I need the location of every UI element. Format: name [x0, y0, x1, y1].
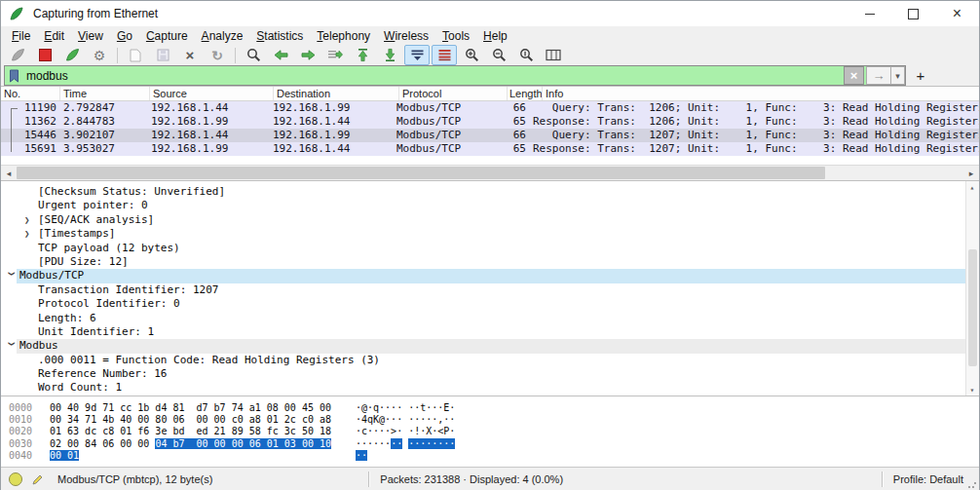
cell-info: Response: Trans: 1207; Unit: 1, Func: 3:… — [526, 142, 979, 156]
col-protocol[interactable]: Protocol — [399, 87, 508, 100]
go-to-packet-icon[interactable] — [322, 45, 348, 65]
cell-length: 66 — [501, 101, 526, 115]
scroll-down-arrow-icon[interactable]: ▾ — [966, 384, 978, 396]
go-last-packet-icon[interactable] — [377, 45, 402, 65]
capture-comment-pencil-icon[interactable] — [31, 473, 44, 486]
detail-row[interactable]: Transaction Identifier: 1207 — [1, 283, 979, 297]
packet-row[interactable]: 11362 2.844783 192.168.1.99 192.168.1.44… — [1, 115, 979, 129]
scroll-left-arrow-icon[interactable]: ◂ — [1, 166, 17, 180]
detail-row-modbus-tcp-selected[interactable]: ❯Modbus/TCP — [1, 269, 979, 283]
filter-dropdown-caret[interactable]: ▾ — [891, 66, 905, 85]
menu-edit[interactable]: Edit — [37, 27, 71, 45]
close-button[interactable]: × — [935, 1, 979, 26]
maximize-icon — [908, 9, 919, 19]
close-file-x: × — [186, 48, 195, 62]
find-packet-icon[interactable] — [241, 45, 266, 65]
menu-capture[interactable]: Capture — [139, 27, 195, 45]
vertical-scrollbar[interactable]: ▴ ▾ — [965, 181, 979, 396]
close-file-icon[interactable]: × — [177, 45, 203, 65]
detail-text: Unit Identifier: 1 — [38, 325, 154, 339]
minimize-button[interactable] — [848, 1, 891, 26]
start-capture-icon[interactable] — [5, 45, 30, 65]
col-info[interactable]: Info — [543, 87, 979, 100]
status-profile[interactable]: Profile: Default — [893, 473, 963, 485]
go-forward-icon[interactable] — [295, 45, 320, 65]
hex-row[interactable]: 0040 00 01 ·· — [1, 450, 979, 462]
plus-icon: + — [917, 67, 925, 84]
zoom-in-icon[interactable] — [459, 45, 484, 65]
expander-collapsed-icon[interactable]: ❯ — [24, 213, 34, 227]
hex-row[interactable]: 0000 00 40 9d 71 cc 1b d4 81 d7 b7 74 a1… — [1, 402, 979, 414]
detail-row[interactable]: Length: 6 — [1, 312, 979, 325]
col-time[interactable]: Time — [60, 87, 150, 100]
detail-text: [Checksum Status: Unverified] — [38, 185, 225, 199]
stop-capture-icon[interactable] — [32, 45, 57, 65]
zoom-out-icon[interactable] — [486, 45, 511, 65]
menu-statistics[interactable]: Statistics — [249, 27, 310, 45]
display-filter-input[interactable]: modbus × → ▾ — [4, 65, 906, 86]
scrollbar-thumb[interactable] — [968, 249, 977, 366]
detail-row[interactable]: Word Count: 1 — [1, 381, 979, 395]
go-back-icon[interactable] — [268, 45, 293, 65]
filter-clear-button[interactable]: × — [844, 66, 864, 85]
detail-row[interactable]: Protocol Identifier: 0 — [1, 297, 979, 311]
capture-options-icon[interactable]: ⚙ — [87, 45, 112, 65]
conversation-bracket — [11, 108, 18, 152]
detail-row[interactable]: [PDU Size: 12] — [1, 255, 979, 269]
packet-row-selected[interactable]: 15446 3.902107 192.168.1.44 192.168.1.99… — [1, 129, 979, 142]
filter-apply-button[interactable]: → — [866, 66, 891, 85]
menu-help[interactable]: Help — [476, 27, 514, 45]
menu-analyze[interactable]: Analyze — [195, 27, 250, 45]
restart-capture-icon[interactable] — [59, 45, 85, 65]
open-file-icon[interactable] — [123, 45, 148, 65]
col-destination[interactable]: Destination — [274, 87, 399, 100]
detail-row-modbus[interactable]: ❯Modbus — [1, 339, 979, 353]
detail-row[interactable]: ❯[Timestamps] — [1, 227, 979, 241]
expander-expanded-icon[interactable]: ❯ — [5, 272, 19, 282]
colorize-toggle-icon[interactable] — [432, 45, 457, 65]
expert-info-icon[interactable] — [9, 472, 22, 486]
detail-row[interactable]: Reference Number: 16 — [1, 367, 979, 381]
col-no[interactable]: No. — [1, 87, 60, 100]
menu-tools[interactable]: Tools — [435, 27, 476, 45]
auto-scroll-toggle-icon[interactable] — [404, 45, 430, 65]
resize-columns-icon[interactable] — [541, 45, 566, 65]
cell-destination: 192.168.1.99 — [271, 129, 395, 142]
menu-go[interactable]: Go — [110, 27, 139, 45]
scroll-up-arrow-icon[interactable]: ▴ — [966, 181, 978, 193]
filter-bookmark-icon[interactable] — [9, 69, 19, 83]
hex-row[interactable]: 0010 00 34 71 4b 40 00 80 06 00 00 c0 a8… — [1, 414, 979, 426]
col-length[interactable]: Length — [508, 87, 543, 100]
ascii-text: ······ — [356, 438, 391, 449]
detail-row[interactable]: Urgent pointer: 0 — [1, 199, 979, 212]
zoom-100-icon[interactable] — [513, 45, 539, 65]
scrollbar-thumb[interactable] — [17, 167, 825, 179]
resize-grip[interactable] — [967, 479, 977, 489]
horizontal-scrollbar[interactable]: ◂ ▸ — [1, 165, 979, 180]
detail-text: [Timestamps] — [38, 227, 115, 241]
packet-row[interactable]: 11190 2.792847 192.168.1.44 192.168.1.99… — [1, 101, 979, 115]
reload-file-icon[interactable]: ↻ — [205, 45, 230, 65]
detail-row[interactable]: .000 0011 = Function Code: Read Holding … — [1, 354, 979, 367]
detail-row[interactable]: ❯[SEQ/ACK analysis] — [1, 213, 979, 227]
scroll-right-arrow-icon[interactable]: ▸ — [963, 166, 979, 180]
hex-row[interactable]: 0020 01 63 dc c8 01 f6 3e bd ed 21 89 58… — [1, 426, 979, 437]
expander-expanded-icon[interactable]: ❯ — [5, 342, 19, 352]
window-title: Capturing from Ethernet — [33, 7, 158, 20]
menu-wireless[interactable]: Wireless — [377, 27, 435, 45]
packet-row[interactable]: 15691 3.953027 192.168.1.99 192.168.1.44… — [1, 142, 979, 156]
go-first-packet-icon[interactable] — [350, 45, 375, 65]
menu-file[interactable]: File — [5, 27, 37, 45]
expander-collapsed-icon[interactable]: ❯ — [24, 227, 34, 241]
maximize-button[interactable] — [891, 1, 935, 26]
save-file-icon[interactable] — [150, 45, 175, 65]
menu-telephony[interactable]: Telephony — [310, 27, 377, 45]
wireshark-logo-icon — [9, 6, 24, 21]
menu-view[interactable]: View — [71, 27, 110, 45]
detail-row[interactable]: Unit Identifier: 1 — [1, 325, 979, 339]
detail-row[interactable]: [Checksum Status: Unverified] — [1, 185, 979, 199]
hex-row[interactable]: 0030 02 00 84 06 00 00 04 b7 00 00 00 06… — [1, 438, 979, 450]
detail-row[interactable]: TCP payload (12 bytes) — [1, 242, 979, 255]
col-source[interactable]: Source — [150, 87, 274, 100]
filter-add-button[interactable]: + — [912, 67, 929, 84]
